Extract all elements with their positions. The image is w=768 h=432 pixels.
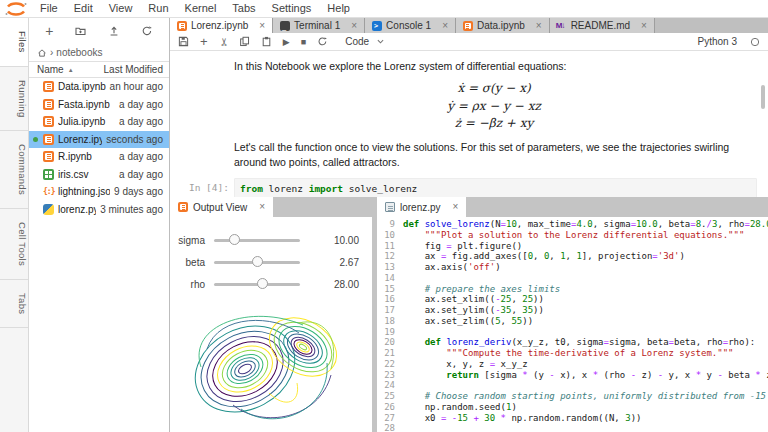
home-icon[interactable] (37, 48, 47, 58)
line-number: 15 (377, 284, 403, 295)
menu-item-view[interactable]: View (101, 0, 141, 17)
breadcrumb-folder[interactable]: notebooks (56, 47, 102, 58)
slider-track[interactable] (214, 283, 300, 286)
menu-item-help[interactable]: Help (319, 0, 358, 17)
editor-line: 15 # prepare the axes limits (377, 284, 768, 295)
dock-area: Lorenz.ipynb×Terminal 1×Console 1×Data.i… (170, 18, 768, 432)
line-source: ax.set_ylim((-35, 35)) (403, 305, 768, 316)
close-icon[interactable]: × (259, 21, 265, 31)
column-header-modified[interactable]: Last Modified (104, 64, 163, 75)
sidebar-tab-tabs[interactable]: Tabs (0, 280, 28, 328)
tab-lorenz-ipynb[interactable]: Lorenz.ipynb× (170, 18, 273, 33)
editor-line: 19 (377, 327, 768, 338)
close-icon[interactable]: × (351, 21, 357, 31)
close-icon[interactable]: × (442, 21, 448, 31)
equation-line: ẏ = ρx − y − xz (234, 98, 754, 115)
line-number: 11 (377, 241, 403, 252)
line-source: """Compute the time-derivative of a Lore… (403, 348, 768, 359)
file-name: Lorenz.ipynb (58, 134, 102, 145)
slider-handle[interactable] (252, 256, 263, 267)
output-view-icon (178, 202, 188, 212)
file-row-r-ipynb[interactable]: R.ipynba day ago (29, 148, 169, 166)
close-icon[interactable]: × (536, 21, 542, 31)
file-modified: 3 minutes ago (100, 204, 163, 215)
file-row-lorenz-ipynb[interactable]: Lorenz.ipynbseconds ago (29, 131, 169, 149)
kernel-name[interactable]: Python 3 (698, 36, 737, 47)
kernel-running-dot (33, 137, 38, 142)
tab-readme-md[interactable]: README.md× (550, 18, 655, 33)
cell-code-editor[interactable]: from lorenz import solve_lorenz t, x_t =… (234, 178, 757, 197)
new-folder-button[interactable] (74, 25, 87, 37)
editor-line: 22 x, y, z = x_y_z (377, 359, 768, 370)
menu-item-tabs[interactable]: Tabs (224, 0, 263, 17)
line-number: 22 (377, 359, 403, 370)
copy-cells-button[interactable] (239, 36, 250, 47)
line-number: 27 (377, 413, 403, 424)
tab-lorenz-py[interactable]: lorenz.py × (377, 197, 466, 217)
restart-kernel-button[interactable] (317, 36, 328, 47)
menu-item-settings[interactable]: Settings (264, 0, 320, 17)
slider-track[interactable] (214, 261, 300, 264)
file-modified: a day ago (119, 116, 163, 127)
slider-sigma: sigma10.00 (170, 229, 372, 251)
line-number: 28 (377, 423, 403, 432)
refresh-button[interactable] (141, 25, 153, 37)
jupyter-logo (4, 2, 28, 16)
column-header-name[interactable]: Name ▲ (37, 64, 104, 75)
sidebar-tab-running[interactable]: Running (0, 67, 28, 132)
cut-cells-button[interactable]: ✂ (218, 37, 228, 46)
menu-item-kernel[interactable]: Kernel (177, 0, 225, 17)
markdown-icon (557, 21, 567, 31)
editor-line: 17 ax.set_ylim((-35, 35)) (377, 305, 768, 316)
add-cell-button[interactable]: + (200, 36, 208, 48)
sidebar-tab-commands[interactable]: Commands (0, 131, 28, 209)
tab-console-1[interactable]: Console 1× (365, 18, 456, 33)
file-row-julia-ipynb[interactable]: Julia.ipynba day ago (29, 113, 169, 131)
file-row-data-ipynb[interactable]: Data.ipynban hour ago (29, 78, 169, 96)
slider-beta: beta2.67 (170, 251, 372, 273)
file-row-iris-csv[interactable]: iris.csva day ago (29, 166, 169, 184)
tab-output-view[interactable]: Output View × (170, 197, 273, 217)
cell-input-prompt: In [4]: (170, 178, 234, 197)
tab-data-ipynb[interactable]: Data.ipynb× (456, 18, 550, 33)
paste-cells-button[interactable] (261, 36, 272, 47)
cell-type-dropdown[interactable]: Code (345, 36, 385, 47)
slider-track[interactable] (214, 239, 300, 242)
file-name: lightning.json (58, 186, 110, 197)
run-cell-button[interactable]: ▶ (283, 37, 290, 47)
slider-value: 28.00 (300, 279, 372, 290)
menu-item-file[interactable]: File (32, 0, 66, 17)
close-icon[interactable]: × (641, 21, 647, 31)
close-icon[interactable]: × (453, 202, 459, 212)
sidebar-tab-cell-tools[interactable]: Cell Tools (0, 209, 28, 280)
notebook-document[interactable]: In this Notebook we explore the Lorenz s… (170, 51, 768, 197)
menubar: FileEditViewRunKernelTabsSettingsHelp (0, 0, 768, 18)
slider-handle[interactable] (229, 234, 240, 245)
line-source: fig = plt.figure() (403, 241, 768, 252)
slider-handle[interactable] (257, 278, 268, 289)
stop-kernel-button[interactable]: ■ (301, 37, 306, 47)
slider-rho: rho28.00 (170, 273, 372, 295)
code-editor[interactable]: 9def solve_lorenz(N=10, max_time=4.0, si… (377, 217, 768, 432)
sidebar-tab-files[interactable]: Files (0, 18, 28, 67)
save-button[interactable] (178, 36, 189, 47)
notebook-scrollbar-thumb[interactable] (761, 85, 765, 109)
file-row-lightning-json[interactable]: lightning.json9 days ago (29, 183, 169, 201)
close-icon[interactable]: × (259, 202, 265, 212)
file-row-lorenz-py[interactable]: lorenz.py3 minutes ago (29, 201, 169, 219)
file-name: R.ipynb (58, 151, 115, 162)
menu-item-run[interactable]: Run (140, 0, 176, 17)
lorenz-plot (170, 297, 372, 432)
new-launcher-button[interactable]: + (45, 25, 53, 37)
slider-value: 10.00 (300, 235, 372, 246)
slider-label: sigma (170, 235, 214, 246)
menu-item-edit[interactable]: Edit (66, 0, 101, 17)
line-source: ax = fig.add_axes([0, 0, 1, 1], projecti… (403, 251, 768, 262)
file-modified: 9 days ago (114, 186, 163, 197)
activity-bar: FilesRunningCommandsCell ToolsTabs (0, 18, 29, 432)
file-row-fasta-ipynb[interactable]: Fasta.ipynba day ago (29, 96, 169, 114)
kernel-status-icon[interactable] (750, 37, 760, 47)
equation-line: ẋ = σ(y − x) (234, 80, 754, 97)
upload-button[interactable] (108, 25, 120, 37)
tab-terminal-1[interactable]: Terminal 1× (273, 18, 365, 33)
